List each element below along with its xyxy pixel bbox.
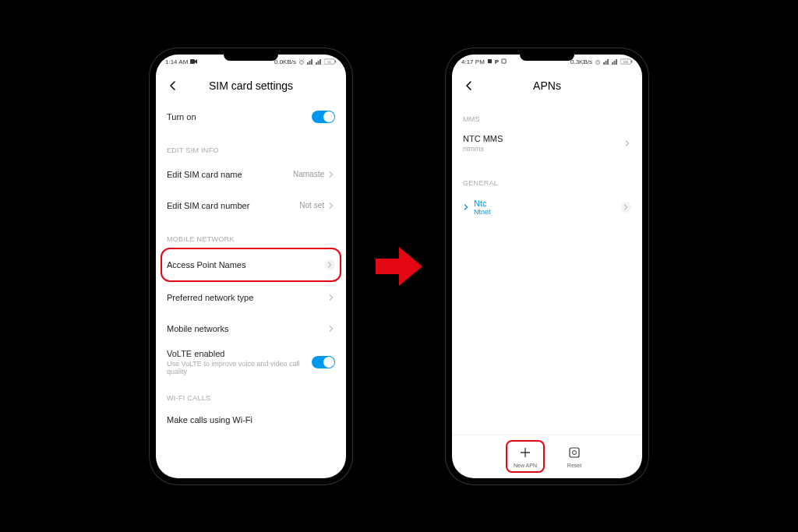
screen-sim-settings: 1:14 AM 0.0KB/s 61 bbox=[156, 55, 346, 478]
video-icon bbox=[190, 58, 198, 66]
section-edit-sim: EDIT SIM INFO bbox=[167, 132, 335, 159]
ntc-row[interactable]: Ntc Ntnet bbox=[463, 192, 631, 223]
selected-indicator-icon bbox=[463, 204, 469, 210]
row-label: Access Point Names bbox=[167, 260, 324, 270]
speed-label: 0.3KB/s bbox=[570, 58, 592, 65]
row-label: VoLTE enabled bbox=[167, 349, 312, 358]
row-sublabel: Ntnet bbox=[474, 208, 620, 216]
mobile-networks-row[interactable]: Mobile networks bbox=[167, 313, 335, 344]
row-label: Edit SIM card name bbox=[167, 170, 293, 179]
title-bar: APNs bbox=[452, 70, 642, 101]
chevron-right-icon bbox=[620, 202, 631, 213]
plus-icon bbox=[517, 445, 533, 460]
wifi-calls-row[interactable]: Make calls using Wi-Fi bbox=[167, 407, 335, 428]
status-bar: 1:14 AM 0.0KB/s 61 bbox=[156, 55, 346, 70]
chevron-right-icon bbox=[324, 259, 335, 270]
section-mobile-network: MOBILE NETWORK bbox=[167, 221, 335, 248]
reset-button[interactable]: Reset bbox=[560, 442, 588, 471]
svg-rect-6 bbox=[335, 60, 336, 62]
toggle-on-icon[interactable] bbox=[312, 356, 335, 368]
chevron-right-icon bbox=[327, 325, 335, 333]
screen-apns: 4:17 PM P 0.3KB/s bbox=[452, 55, 642, 478]
section-mms: MMS bbox=[463, 101, 631, 128]
notif-icon bbox=[487, 58, 493, 65]
alarm-icon bbox=[298, 58, 305, 66]
phone-left: 1:14 AM 0.0KB/s 61 bbox=[150, 48, 352, 484]
edit-sim-number-row[interactable]: Edit SIM card number Not set bbox=[167, 190, 335, 221]
arrow-icon bbox=[372, 243, 426, 290]
signal-icon-2 bbox=[612, 58, 618, 66]
content-area: Turn on EDIT SIM INFO Edit SIM card name… bbox=[156, 101, 346, 478]
row-label: NTC MMS bbox=[463, 134, 623, 143]
alarm-icon bbox=[595, 58, 601, 66]
svg-rect-17 bbox=[570, 448, 579, 457]
row-value: Not set bbox=[299, 201, 324, 210]
p-icon: P bbox=[495, 58, 499, 65]
row-value: Namaste bbox=[293, 170, 324, 178]
content-area: MMS NTC MMS ntmms GENERAL Ntc Ntnet bbox=[452, 101, 642, 435]
row-label: Preferred network type bbox=[167, 293, 327, 302]
section-general: GENERAL bbox=[463, 159, 631, 192]
time-label: 1:14 AM bbox=[165, 58, 188, 65]
chevron-right-icon bbox=[327, 294, 335, 301]
preferred-network-row[interactable]: Preferred network type bbox=[167, 282, 335, 313]
row-sublabel: ntmms bbox=[463, 145, 623, 153]
svg-rect-8 bbox=[488, 59, 492, 63]
apn-row[interactable]: Access Point Names bbox=[167, 249, 335, 280]
svg-text:61: 61 bbox=[328, 59, 332, 63]
title-bar: SIM card settings bbox=[156, 70, 346, 101]
volte-row[interactable]: VoLTE enabled Use VoLTE to improve voice… bbox=[167, 344, 335, 380]
svg-line-3 bbox=[299, 58, 300, 59]
phone-right: 4:17 PM P 0.3KB/s bbox=[446, 48, 648, 484]
battery-icon: 100 bbox=[620, 58, 633, 66]
page-title: APNs bbox=[461, 79, 633, 92]
page-title: SIM card settings bbox=[165, 79, 337, 92]
reset-icon bbox=[567, 445, 582, 460]
turn-on-row[interactable]: Turn on bbox=[167, 101, 335, 132]
toggle-on-icon[interactable] bbox=[312, 111, 335, 123]
svg-rect-0 bbox=[190, 59, 195, 64]
chevron-right-icon bbox=[327, 202, 335, 210]
section-wifi-calls: WI-FI CALLS bbox=[167, 380, 335, 407]
svg-point-18 bbox=[572, 451, 576, 455]
battery-icon: 61 bbox=[324, 58, 337, 66]
bottom-bar: New APN Reset bbox=[452, 435, 642, 478]
svg-rect-9 bbox=[502, 59, 506, 63]
row-label: Make calls using Wi-Fi bbox=[167, 415, 335, 425]
ntc-mms-row[interactable]: NTC MMS ntmms bbox=[463, 128, 631, 159]
highlight-box: Access Point Names bbox=[161, 248, 341, 282]
svg-text:100: 100 bbox=[623, 59, 628, 63]
chevron-right-icon bbox=[623, 139, 631, 147]
status-bar: 4:17 PM P 0.3KB/s bbox=[452, 55, 642, 70]
row-sublabel: Use VoLTE to improve voice and video cal… bbox=[167, 360, 312, 375]
time-label: 4:17 PM bbox=[461, 58, 485, 65]
svg-rect-13 bbox=[631, 60, 632, 62]
edit-sim-name-row[interactable]: Edit SIM card name Namaste bbox=[167, 159, 335, 190]
turn-on-label: Turn on bbox=[167, 112, 312, 122]
new-apn-button[interactable]: New APN bbox=[506, 440, 545, 473]
button-label: New APN bbox=[514, 463, 537, 468]
signal-icon-2 bbox=[316, 58, 322, 66]
chevron-right-icon bbox=[327, 171, 335, 178]
svg-line-4 bbox=[303, 58, 304, 59]
notif-icon-2 bbox=[501, 58, 507, 65]
signal-icon bbox=[603, 58, 609, 66]
row-label: Mobile networks bbox=[167, 324, 327, 333]
row-label: Ntc bbox=[474, 199, 620, 208]
signal-icon bbox=[307, 58, 313, 66]
button-label: Reset bbox=[567, 463, 581, 468]
speed-label: 0.0KB/s bbox=[274, 58, 296, 65]
row-label: Edit SIM card number bbox=[167, 201, 299, 210]
